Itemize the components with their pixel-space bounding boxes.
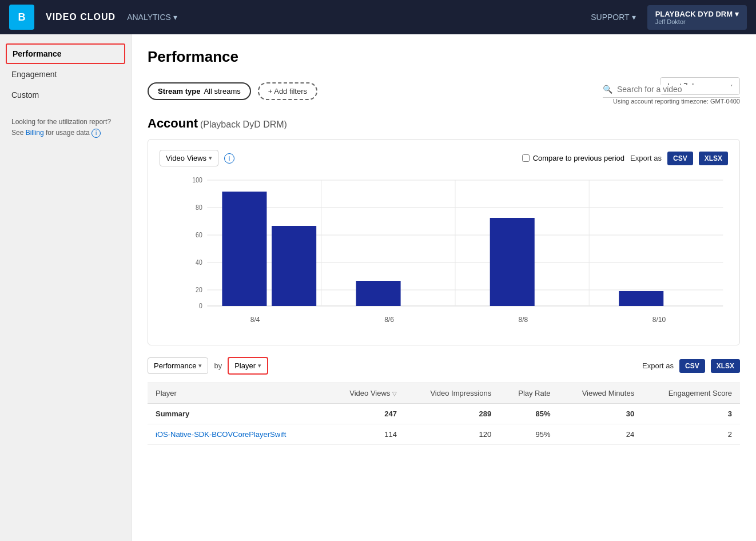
chevron-down-icon: ▾ <box>632 13 636 22</box>
compare-checkbox[interactable]: Compare to previous period <box>522 154 624 162</box>
chevron-down-icon: ▾ <box>209 154 212 162</box>
svg-text:40: 40 <box>196 258 202 266</box>
bar-88b <box>490 218 535 306</box>
sidebar-item-custom[interactable]: Custom <box>0 85 131 105</box>
chart-right-controls: Compare to previous period Export as CSV… <box>522 152 728 165</box>
billing-link[interactable]: Billing <box>26 129 44 137</box>
table-export-xlsx-button[interactable]: XLSX <box>711 359 740 373</box>
cell-engagement-summary: 3 <box>642 404 740 424</box>
svg-text:0: 0 <box>199 302 202 309</box>
timezone-note: Using account reporting timezone: GMT-04… <box>613 98 740 105</box>
player-link-1[interactable]: iOS-Native-SDK-BCOVCorePlayerSwift <box>156 430 286 439</box>
cell-views-summary: 247 <box>327 404 405 424</box>
metric-select[interactable]: Video Views ▾ <box>160 150 218 166</box>
chevron-down-icon: ▾ <box>735 10 739 18</box>
stream-type-filter[interactable]: Stream type All streams <box>148 82 251 100</box>
bar-chart-x-labels: 8/4 8/6 8/8 8/10 <box>182 316 728 324</box>
x-label-84: 8/4 <box>250 316 260 324</box>
cell-engagement-1: 2 <box>642 424 740 445</box>
account-header: Account (Playback DyD DRM) <box>148 116 740 131</box>
search-input[interactable] <box>617 85 731 94</box>
col-header-player: Player <box>148 383 327 404</box>
svg-text:100: 100 <box>192 176 202 184</box>
chevron-down-icon: ▾ <box>198 362 202 369</box>
brand-name: VIDEO CLOUD <box>46 12 116 22</box>
x-label-86: 8/6 <box>384 316 394 324</box>
page-title: Performance <box>148 48 740 66</box>
performance-select[interactable]: Performance ▾ <box>148 357 208 374</box>
cell-minutes-summary: 30 <box>559 404 643 424</box>
data-table: Player Video Views ▽ Video Impressions P… <box>148 383 740 445</box>
cell-playrate-summary: 85% <box>499 404 558 424</box>
table-section: Performance ▾ by Player ▾ Export as CSV … <box>148 357 740 445</box>
table-controls: Performance ▾ by Player ▾ Export as CSV … <box>148 357 740 375</box>
analytics-menu[interactable]: ANALYTICS ▾ <box>127 13 177 22</box>
add-filters-button[interactable]: + Add filters <box>258 82 317 100</box>
top-nav: B VIDEO CLOUD ANALYTICS ▾ SUPPORT ▾ PLAY… <box>0 0 756 34</box>
cell-impressions-1: 120 <box>405 424 499 445</box>
bar-84b <box>272 226 316 306</box>
main-content: 🔍 Performance Stream type All streams + … <box>132 34 756 541</box>
cell-impressions-summary: 289 <box>405 404 499 424</box>
info-icon[interactable]: i <box>91 129 101 138</box>
col-header-video-views[interactable]: Video Views ▽ <box>327 383 405 404</box>
player-select[interactable]: Player ▾ <box>228 357 268 375</box>
sidebar-item-performance[interactable]: Performance <box>6 43 125 64</box>
search-icon: 🔍 <box>603 85 612 94</box>
bar-84a <box>222 192 266 306</box>
table-row: iOS-Native-SDK-BCOVCorePlayerSwift 114 1… <box>148 424 740 445</box>
sidebar-note: Looking for the utilization report? See … <box>0 105 131 150</box>
x-label-810: 8/10 <box>652 316 666 324</box>
search-bar: 🔍 <box>603 85 740 98</box>
sidebar-item-engagement[interactable]: Engagement <box>0 64 131 85</box>
x-label-88: 8/8 <box>518 316 528 324</box>
col-header-play-rate: Play Rate <box>499 383 558 404</box>
cell-playrate-1: 95% <box>499 424 558 445</box>
chevron-down-icon: ▾ <box>173 13 177 22</box>
cell-views-1: 114 <box>327 424 405 445</box>
svg-text:20: 20 <box>196 286 202 293</box>
bar-chart-area: 100 80 60 40 20 0 <box>160 174 728 335</box>
svg-text:80: 80 <box>196 204 202 211</box>
table-row-summary: Summary 247 289 85% 30 3 <box>148 404 740 424</box>
chart-card: Video Views ▾ i Compare to previous peri… <box>148 139 740 345</box>
col-header-impressions: Video Impressions <box>405 383 499 404</box>
chart-controls: Video Views ▾ i Compare to previous peri… <box>160 150 728 166</box>
chart-export-xlsx-button[interactable]: XLSX <box>699 152 728 165</box>
compare-checkbox-input[interactable] <box>522 154 530 162</box>
app-layout: Performance Engagement Custom Looking fo… <box>0 34 756 541</box>
chevron-down-icon: ▾ <box>258 362 261 369</box>
support-menu[interactable]: SUPPORT ▾ <box>591 13 635 22</box>
bar-86a <box>356 281 401 306</box>
cell-player-1: iOS-Native-SDK-BCOVCorePlayerSwift <box>148 424 327 445</box>
account-menu[interactable]: PLAYBACK DYD DRM ▾ Jeff Doktor <box>647 5 747 30</box>
svg-text:60: 60 <box>196 231 202 238</box>
sidebar: Performance Engagement Custom Looking fo… <box>0 34 132 541</box>
table-export-csv-button[interactable]: CSV <box>679 359 705 373</box>
chart-export-csv-button[interactable]: CSV <box>667 152 693 165</box>
brand-logo: B <box>9 5 34 30</box>
cell-minutes-1: 24 <box>559 424 643 445</box>
bar-chart-svg: 100 80 60 40 20 0 <box>182 174 728 312</box>
bar-810a <box>619 291 663 306</box>
table-export-controls: Export as CSV XLSX <box>642 359 740 373</box>
cell-player-summary: Summary <box>148 404 327 424</box>
col-header-viewed-minutes: Viewed Minutes <box>559 383 643 404</box>
chart-info-icon[interactable]: i <box>224 153 234 164</box>
sort-icon: ▽ <box>392 391 397 397</box>
col-header-engagement: Engagement Score <box>642 383 740 404</box>
